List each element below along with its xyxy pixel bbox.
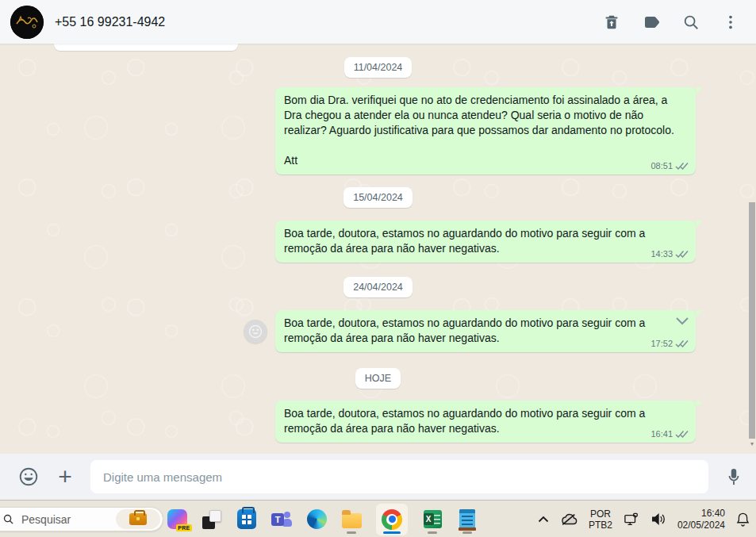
teams-icon[interactable]: T xyxy=(271,504,292,535)
gold-script-logo xyxy=(10,6,44,39)
contact-name[interactable]: +55 16 99231-4942 xyxy=(55,15,165,29)
double-check-icon xyxy=(675,339,689,348)
composer-bar: + xyxy=(0,454,756,500)
outgoing-message[interactable]: Boa tarde, doutora, estamos no aguardand… xyxy=(275,401,696,443)
header-actions xyxy=(602,13,740,32)
message-time: 08:51 xyxy=(650,161,673,171)
clock[interactable]: 16:40 02/05/2024 xyxy=(677,508,725,531)
taskbar-search[interactable] xyxy=(0,507,163,531)
edge-icon[interactable] xyxy=(306,504,327,535)
message-time: 17:52 xyxy=(650,339,673,348)
taskbar-search-input[interactable] xyxy=(21,513,101,526)
message-row: Boa tarde, doutora, estamos no aguardand… xyxy=(0,401,756,443)
message-meta: 16:41 xyxy=(650,429,689,439)
speaker-icon[interactable] xyxy=(650,512,666,526)
outgoing-message[interactable]: Bom dia Dra. verifiquei que no ato de cr… xyxy=(275,87,696,175)
message-list: 11/04/2024 Bom dia Dra. verifiquei que n… xyxy=(0,44,756,454)
plus-icon[interactable]: + xyxy=(54,466,76,488)
overlapping-squares-app-icon[interactable] xyxy=(201,504,222,535)
label-icon[interactable] xyxy=(642,13,661,32)
message-text: Boa tarde, doutora, estamos no aguardand… xyxy=(284,316,664,346)
whatsapp-web-window: +55 16 99231-4942 11/04/2024 xyxy=(0,0,756,537)
scrollbar-down-arrow[interactable]: ▾ xyxy=(749,441,755,447)
copilot-pre-badge: PRE xyxy=(176,524,191,531)
file-explorer-icon[interactable] xyxy=(341,504,362,535)
react-smiley-icon[interactable] xyxy=(244,320,267,343)
chevron-down-icon[interactable] xyxy=(675,314,689,328)
keyboard-layout: PTB2 xyxy=(589,520,612,531)
chat-header: +55 16 99231-4942 xyxy=(0,0,756,44)
date-chip: 11/04/2024 xyxy=(344,57,413,78)
date-chip: 15/04/2024 xyxy=(343,187,413,208)
language-indicator[interactable]: POR PTB2 xyxy=(589,508,612,531)
excel-icon[interactable]: X xyxy=(422,504,443,535)
running-indicator xyxy=(428,531,437,534)
date-chip: HOJE xyxy=(355,368,401,389)
running-indicator xyxy=(462,531,472,534)
bubble-tail xyxy=(696,310,702,320)
briefcase-icon xyxy=(129,513,147,525)
date-chip: 24/04/2024 xyxy=(343,277,413,297)
search-highlight[interactable] xyxy=(116,509,160,529)
delete-icon[interactable] xyxy=(602,13,621,32)
message-time: 14:33 xyxy=(650,249,673,259)
search-icon xyxy=(2,513,14,525)
message-meta: 14:33 xyxy=(650,249,689,259)
message-meta: 08:51 xyxy=(650,161,689,171)
double-check-icon xyxy=(675,430,689,439)
message-meta: 17:52 xyxy=(650,339,689,348)
chrome-icon[interactable] xyxy=(376,504,408,535)
message-text: Boa tarde, doutora, estamos no aguardand… xyxy=(284,226,687,256)
taskbar-app-icons: PRE T X xyxy=(167,501,478,537)
bell-icon[interactable] xyxy=(736,512,750,527)
message-input[interactable] xyxy=(90,460,708,493)
language-code: POR xyxy=(589,508,612,520)
mic-icon[interactable] xyxy=(723,466,745,488)
bubble-tail xyxy=(696,221,702,231)
chat-scrollbar[interactable] xyxy=(749,202,755,439)
message-row: Boa tarde, doutora, estamos no aguardand… xyxy=(0,310,756,352)
chevron-up-icon[interactable] xyxy=(538,516,549,523)
contact-avatar[interactable] xyxy=(10,6,44,39)
notepad-icon[interactable] xyxy=(457,504,478,535)
active-app-indicator xyxy=(383,531,401,534)
double-check-icon xyxy=(675,250,689,259)
tray-date: 02/05/2024 xyxy=(677,520,725,531)
message-row: Bom dia Dra. verifiquei que no ato de cr… xyxy=(0,87,756,175)
cast-screen-icon[interactable] xyxy=(624,512,639,527)
message-row: Boa tarde, doutora, estamos no aguardand… xyxy=(0,221,756,263)
search-icon[interactable] xyxy=(681,13,700,32)
message-time: 16:41 xyxy=(650,429,673,439)
message-text: Boa tarde, doutora, estamos no aguardand… xyxy=(284,406,687,436)
chat-area: 11/04/2024 Bom dia Dra. verifiquei que n… xyxy=(0,44,756,454)
tray-time: 16:40 xyxy=(677,508,725,520)
onedrive-offline-icon[interactable] xyxy=(560,513,578,526)
microsoft-store-icon[interactable] xyxy=(236,504,257,535)
windows-taskbar: PRE T X xyxy=(0,500,756,537)
outgoing-message[interactable]: Boa tarde, doutora, estamos no aguardand… xyxy=(275,310,696,352)
running-indicator xyxy=(347,531,356,534)
outgoing-message[interactable]: Boa tarde, doutora, estamos no aguardand… xyxy=(275,221,696,263)
system-tray: POR PTB2 16:40 02/05/2024 xyxy=(538,501,750,537)
message-text: Bom dia Dra. verifiquei que no ato de cr… xyxy=(284,93,687,168)
kebab-menu-icon[interactable] xyxy=(721,13,740,32)
bubble-tail xyxy=(696,87,702,98)
double-check-icon xyxy=(675,162,689,171)
emoji-icon[interactable] xyxy=(17,466,40,488)
copilot-icon[interactable]: PRE xyxy=(167,504,187,535)
bubble-tail xyxy=(696,401,702,411)
